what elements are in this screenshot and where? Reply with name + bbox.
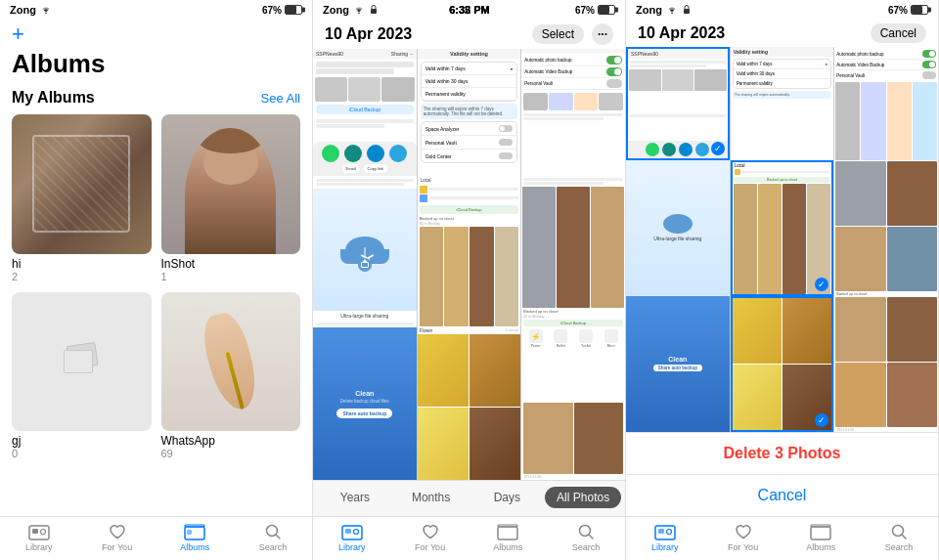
- nav-foryou-1[interactable]: For You: [78, 523, 156, 552]
- nav-library-2[interactable]: Library: [313, 523, 391, 552]
- nav-label-library-1: Library: [25, 542, 53, 552]
- status-right-1: 67%: [262, 5, 302, 16]
- svg-rect-14: [498, 527, 517, 539]
- screenshot-sharing-2[interactable]: Ultra-large file sharing: [626, 160, 730, 296]
- more-options-button[interactable]: ···: [592, 23, 613, 45]
- library-header: 10 Apr 2023 Select ···: [313, 20, 625, 49]
- nav-albums-2[interactable]: Albums: [470, 523, 548, 552]
- see-all-link[interactable]: See All: [261, 91, 300, 106]
- search-icon-2: [575, 523, 597, 540]
- screenshots-grid: SSPNews90Sharing ··· iCloud Backup: [313, 49, 625, 176]
- nav-albums-3[interactable]: Albums: [782, 523, 861, 552]
- selected-screenshot-1[interactable]: SSPNews90: [626, 47, 730, 160]
- album-item-inshot[interactable]: InShot 1: [161, 114, 301, 282]
- nav-search-2[interactable]: Search: [547, 523, 625, 552]
- screenshot-validity[interactable]: Validity setting Valid within 7 days● Va…: [418, 49, 521, 176]
- albums-icon-3: [810, 523, 831, 540]
- cancel-delete-button[interactable]: Cancel: [626, 474, 938, 516]
- cancel-select-button[interactable]: Cancel: [871, 23, 926, 43]
- screenshot-icloud[interactable]: SSPNews90Sharing ··· iCloud Backup: [313, 49, 417, 176]
- svg-rect-12: [345, 529, 351, 534]
- nav-label-foryou-1: For You: [102, 542, 132, 552]
- battery-icon-2: [598, 5, 615, 15]
- screenshot-flower[interactable]: Flower1 minute: [418, 327, 521, 480]
- nav-foryou-3[interactable]: For You: [704, 523, 782, 552]
- svg-rect-23: [811, 527, 830, 539]
- select-button[interactable]: Select: [532, 24, 584, 44]
- svg-point-9: [358, 13, 360, 15]
- album-name-inshot: InShot: [161, 257, 301, 271]
- nav-foryou-2[interactable]: For You: [391, 523, 470, 552]
- battery-percent-3: 67%: [888, 5, 908, 16]
- screenshot-tools[interactable]: ⚡ Power Bullet Toolkit: [521, 327, 625, 480]
- nav-library-3[interactable]: Library: [626, 523, 704, 552]
- search-icon-3: [888, 523, 910, 540]
- svg-rect-2: [32, 529, 38, 534]
- screenshot-tools-2[interactable]: 2021-01-06: [834, 296, 938, 432]
- svg-rect-24: [811, 525, 830, 527]
- add-button[interactable]: +: [12, 22, 300, 47]
- screenshot-2-unselected[interactable]: Validity setting Valid within 7 days● Va…: [731, 47, 834, 160]
- svg-rect-21: [658, 529, 664, 534]
- nav-library-1[interactable]: Library: [0, 523, 78, 552]
- status-right-2: 67%: [575, 5, 615, 16]
- screenshot-more-2[interactable]: Backed up on cloud: [834, 160, 938, 296]
- tab-days[interactable]: Days: [470, 487, 546, 508]
- album-thumb-inshot: [161, 114, 301, 254]
- svg-rect-19: [684, 9, 690, 14]
- library-frame: Zong 6:32 PM 67% 10 Apr 2023 Select ···: [313, 0, 625, 560]
- wifi-icon-1: [40, 5, 52, 15]
- screenshot-cleanup-2[interactable]: Clean Share auto backup: [626, 296, 730, 432]
- screenshot-sharing[interactable]: Ultra-large file sharing: [313, 176, 417, 328]
- tab-months[interactable]: Months: [393, 487, 470, 508]
- nav-search-3[interactable]: Search: [860, 523, 938, 552]
- screenshot-more[interactable]: Backed up on cloud 46 hr Monday iCloud B…: [521, 176, 625, 328]
- delete-overlay: Delete 3 Photos Cancel: [626, 432, 938, 516]
- foryou-icon-3: [733, 523, 754, 540]
- wifi-icon-2: [353, 5, 365, 15]
- delete-photos-button[interactable]: Delete 3 Photos: [626, 432, 938, 474]
- tab-years[interactable]: Years: [317, 487, 393, 508]
- selected-screenshots-area: SSPNews90: [626, 47, 938, 432]
- delete-actions: Cancel: [871, 23, 926, 43]
- library-icon-3: [654, 523, 676, 540]
- nav-search-1[interactable]: Search: [234, 523, 312, 552]
- status-left-2: Zong: [323, 4, 379, 16]
- album-item-whatsapp[interactable]: WhatsApp 69: [161, 292, 301, 460]
- screenshot-cleanup[interactable]: Clean Delete backup cloud files Share au…: [313, 327, 417, 480]
- svg-point-0: [45, 13, 47, 15]
- selected-screenshot-3[interactable]: ✓: [731, 296, 834, 432]
- library-actions: Select ···: [532, 23, 613, 45]
- carrier-2: Zong: [323, 4, 349, 16]
- battery-percent-2: 67%: [575, 5, 595, 16]
- nav-label-library-2: Library: [338, 542, 366, 552]
- album-count-whatsapp: 69: [161, 448, 301, 459]
- album-item-gj[interactable]: gj 0: [12, 292, 152, 460]
- album-placeholder-gj: [12, 292, 152, 432]
- albums-title: Albums: [12, 49, 300, 79]
- tab-all-photos[interactable]: All Photos: [545, 487, 621, 508]
- album-thumb-gj: [12, 292, 152, 432]
- svg-rect-10: [371, 9, 377, 14]
- screenshot-icloud-settings[interactable]: Automatic photo backup Automatic Video B…: [521, 49, 625, 176]
- selected-grid-1: SSPNews90: [626, 47, 938, 160]
- svg-point-3: [40, 530, 45, 535]
- screenshot-3-toggle[interactable]: Automatic photo backup Automatic Video B…: [834, 47, 938, 160]
- nav-albums-1[interactable]: Albums: [156, 523, 235, 552]
- battery-icon-1: [285, 5, 302, 15]
- album-name-gj: gj: [12, 434, 152, 448]
- nav-label-search-1: Search: [259, 542, 288, 552]
- nav-label-library-3: Library: [651, 542, 679, 552]
- albums-icon-1: [184, 523, 205, 540]
- selected-screenshot-2[interactable]: Local Backed up on cloud ✓: [731, 160, 834, 296]
- svg-line-8: [276, 535, 280, 538]
- album-item-hi[interactable]: hi 2: [12, 114, 152, 282]
- svg-point-13: [353, 530, 358, 535]
- carrier-3: Zong: [636, 4, 662, 16]
- status-left-3: Zong: [636, 4, 692, 16]
- svg-point-18: [671, 13, 673, 15]
- screenshot-local[interactable]: Local iCloud Backup Backed up on cl: [418, 176, 521, 328]
- nav-label-albums-2: Albums: [493, 542, 522, 552]
- album-count-gj: 0: [12, 448, 152, 459]
- foryou-icon-2: [420, 523, 441, 540]
